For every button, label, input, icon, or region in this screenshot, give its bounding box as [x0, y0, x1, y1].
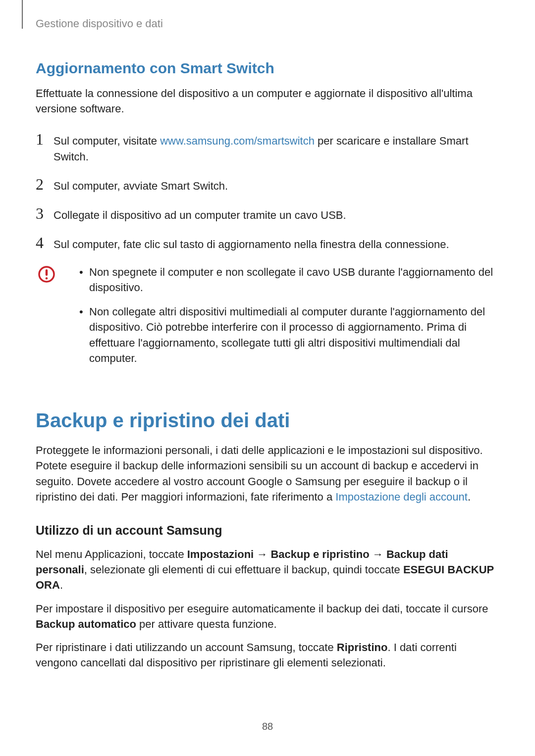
- text-fragment: .: [60, 579, 63, 591]
- warning-icon: [38, 265, 55, 285]
- paragraph-backup-instructions: Nel menu Applicazioni, toccate Impostazi…: [36, 547, 499, 593]
- warning-list: Non spegnete il computer e non scollegat…: [75, 264, 499, 375]
- bold-impostazioni: Impostazioni: [187, 548, 254, 560]
- arrow-separator: →: [254, 548, 270, 560]
- svg-rect-2: [46, 277, 48, 279]
- text-fragment: , selezionate gli elementi di cui effett…: [84, 563, 403, 576]
- step-number: 2: [36, 176, 54, 192]
- step-number: 3: [36, 205, 54, 221]
- section2-intro: Proteggete le informazioni personali, i …: [36, 443, 499, 504]
- sub-heading-samsung-account: Utilizzo di un account Samsung: [36, 523, 499, 538]
- bold-ripristino: Ripristino: [337, 641, 388, 654]
- step-number: 1: [36, 131, 54, 147]
- step-item: 4 Sul computer, fate clic sul tasto di a…: [36, 235, 499, 252]
- step-text: Sul computer, fate clic sul tasto di agg…: [54, 237, 449, 252]
- step-item: 3 Collegate il dispositivo ad un compute…: [36, 205, 499, 223]
- steps-list: 1 Sul computer, visitate www.samsung.com…: [36, 131, 499, 252]
- breadcrumb: Gestione dispositivo e dati: [36, 17, 499, 30]
- text-fragment: .: [468, 491, 471, 503]
- arrow-separator: →: [370, 548, 386, 560]
- warning-block: Non spegnete il computer e non scollegat…: [38, 264, 499, 375]
- step-text: Sul computer, avviate Smart Switch.: [54, 178, 228, 194]
- section-heading-backup: Backup e ripristino dei dati: [36, 409, 499, 432]
- text-fragment: Per ripristinare i dati utilizzando un a…: [36, 641, 337, 654]
- page-binding-mark: [22, 0, 23, 29]
- bold-backup-ripristino: Backup e ripristino: [270, 548, 369, 560]
- svg-rect-1: [46, 269, 48, 276]
- warning-item: Non spegnete il computer e non scollegat…: [75, 264, 499, 295]
- paragraph-restore: Per ripristinare i dati utilizzando un a…: [36, 640, 499, 670]
- bold-backup-automatico: Backup automatico: [36, 618, 136, 630]
- section-heading-smart-switch: Aggiornamento con Smart Switch: [36, 60, 499, 77]
- step-text: Collegate il dispositivo ad un computer …: [54, 207, 346, 223]
- text-fragment: Sul computer, visitate: [54, 135, 160, 147]
- page-number: 88: [0, 721, 535, 732]
- page-content: Gestione dispositivo e dati Aggiornament…: [0, 0, 535, 671]
- text-fragment: Per impostare il dispositivo per eseguir…: [36, 603, 488, 615]
- link-account-settings[interactable]: Impostazione degli account: [335, 491, 468, 503]
- warning-item: Non collegate altri dispositivi multimed…: [75, 304, 499, 366]
- text-fragment: per attivare questa funzione.: [136, 618, 277, 630]
- paragraph-auto-backup: Per impostare il dispositivo per eseguir…: [36, 601, 499, 632]
- step-number: 4: [36, 235, 54, 251]
- link-smartswitch[interactable]: www.samsung.com/smartswitch: [160, 135, 315, 147]
- text-fragment: Nel menu Applicazioni, toccate: [36, 548, 187, 560]
- section1-intro: Effettuate la connessione del dispositiv…: [36, 86, 499, 116]
- step-item: 2 Sul computer, avviate Smart Switch.: [36, 176, 499, 194]
- step-text: Sul computer, visitate www.samsung.com/s…: [54, 133, 499, 164]
- step-item: 1 Sul computer, visitate www.samsung.com…: [36, 131, 499, 164]
